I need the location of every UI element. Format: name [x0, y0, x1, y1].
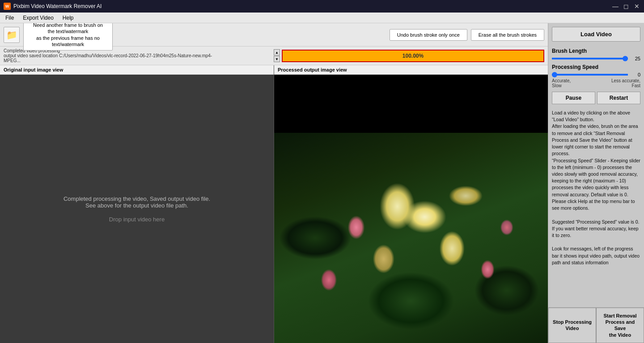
title-bar-controls[interactable]: — ◻ ✕ — [612, 3, 640, 10]
instructions-text: Load a video by clicking on the above “L… — [548, 108, 644, 307]
bottom-buttons: Stop ProcessingVideo Start RemovalProces… — [548, 307, 644, 343]
output-top-black — [274, 75, 548, 133]
output-panel: Processed output image view — [274, 65, 548, 343]
status-line-3: MPEG... — [4, 58, 272, 63]
menu-bar: File Export Video Help — [0, 13, 644, 23]
need-another-frame-button[interactable]: Need another frame to brush on the text/… — [23, 23, 113, 51]
menu-help[interactable]: Help — [59, 14, 77, 22]
close-button[interactable]: ✕ — [633, 3, 640, 10]
toolbar-row: 📁 Need another frame to brush on the tex… — [0, 23, 548, 47]
restart-button[interactable]: Restart — [597, 92, 640, 104]
status-line-2: output video saved location C:/Users/mad… — [4, 53, 272, 58]
title-bar-title: Pixbim Video Watermark Remover AI — [13, 3, 102, 9]
start-removal-button[interactable]: Start RemovalProcess and Savethe Video — [596, 308, 644, 343]
pause-button[interactable]: Pause — [552, 92, 595, 104]
sidebar-controls: Brush Length 25 Processing Speed 0 Accur… — [548, 45, 644, 88]
menu-file[interactable]: File — [2, 14, 17, 22]
folder-icon: 📁 — [6, 30, 17, 40]
scroll-down-button[interactable]: ▼ — [274, 56, 280, 62]
output-panel-header: Processed output image view — [274, 65, 548, 75]
pause-restart-row: Pause Restart — [552, 92, 640, 104]
processing-speed-labels: Accurate,Slow Less accurate,Fast — [552, 78, 640, 88]
slider-left-label: Accurate,Slow — [552, 78, 571, 88]
slider-right-label: Less accurate,Fast — [611, 78, 640, 88]
erase-all-button[interactable]: Erase all the brush strokes — [471, 29, 544, 41]
stop-processing-button[interactable]: Stop ProcessingVideo — [548, 308, 596, 343]
title-bar-left: W Pixbim Video Watermark Remover AI — [4, 3, 102, 10]
output-image — [274, 133, 548, 343]
minimize-button[interactable]: — — [612, 3, 619, 10]
output-panel-content — [274, 75, 548, 343]
center-content: 📁 Need another frame to brush on the tex… — [0, 23, 548, 343]
progress-text: 100.00% — [402, 53, 424, 59]
image-panels: Original input image view Completed proc… — [0, 65, 548, 343]
brush-length-label: Brush Length — [552, 48, 640, 54]
input-panel-header: Original input image view — [0, 65, 274, 75]
brush-length-slider-container: 25 — [552, 56, 640, 61]
menu-export-video[interactable]: Export Video — [19, 14, 57, 22]
main-container: 📁 Need another frame to brush on the tex… — [0, 23, 644, 343]
processing-speed-slider[interactable] — [552, 74, 628, 76]
brush-length-value: 25 — [630, 56, 640, 61]
folder-button[interactable]: 📁 — [4, 27, 20, 43]
flower-display — [274, 133, 548, 343]
undo-brush-button[interactable]: Undo brush stroke only once — [390, 29, 467, 41]
input-panel: Original input image view Completed proc… — [0, 65, 274, 343]
scroll-up-button[interactable]: ▲ — [274, 49, 280, 55]
progress-scroll-buttons[interactable]: ▲ ▼ — [274, 49, 280, 62]
load-video-button[interactable]: Load Video — [552, 27, 640, 42]
brush-length-slider[interactable] — [552, 58, 628, 59]
progress-bar-container: 100.00% — [282, 50, 544, 62]
completed-text: Completed processing the video, Saved ou… — [64, 195, 210, 209]
app-logo: W — [4, 3, 11, 10]
restore-button[interactable]: ◻ — [623, 3, 630, 10]
input-panel-content[interactable]: Completed processing the video, Saved ou… — [0, 75, 274, 343]
processing-speed-label: Processing Speed — [552, 64, 640, 70]
right-sidebar: Load Video Brush Length 25 Processing Sp… — [548, 23, 644, 343]
title-bar: W Pixbim Video Watermark Remover AI — ◻ … — [0, 0, 644, 13]
drop-text: Drop input video here — [109, 216, 165, 223]
processing-speed-value: 0 — [630, 72, 640, 77]
processing-speed-slider-container: 0 — [552, 72, 640, 77]
